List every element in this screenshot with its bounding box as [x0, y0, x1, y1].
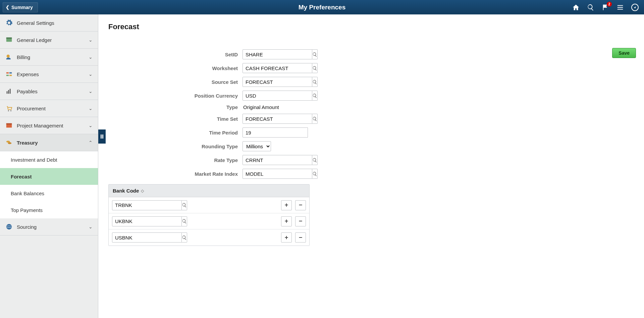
chevron-down-icon: ⌄ — [89, 89, 93, 94]
sidebar-subitem-top-payments[interactable]: Top Payments — [0, 202, 98, 218]
page-title: Forecast — [108, 22, 634, 31]
chevron-down-icon: ⌄ — [89, 71, 93, 77]
gear-icon — [5, 19, 13, 26]
sidebar-subitem-forecast[interactable]: Forecast — [0, 168, 98, 185]
setid-lookup-button[interactable] — [312, 49, 318, 59]
svg-rect-5 — [9, 72, 12, 74]
delete-row-button[interactable]: − — [295, 216, 306, 226]
header-icon-group: 2 — [572, 3, 644, 12]
sidebar-item-treasury[interactable]: Treasury ⌃ — [0, 134, 98, 151]
sidebar-item-procurement[interactable]: Procurement ⌄ — [0, 100, 98, 117]
bank-code-field[interactable] — [112, 200, 182, 210]
sidebar-item-project-management[interactable]: Project Management ⌄ — [0, 117, 98, 134]
back-button-label: Summary — [11, 5, 33, 10]
sort-indicator-icon: ◇ — [141, 189, 144, 193]
project-icon — [5, 122, 13, 129]
svg-rect-14 — [6, 123, 12, 125]
sidebar-item-general-ledger[interactable]: General Ledger ⌄ — [0, 32, 98, 49]
source-set-lookup-button[interactable] — [312, 77, 318, 87]
position-currency-field[interactable] — [243, 91, 312, 101]
table-row: + − — [109, 213, 309, 229]
add-row-button[interactable]: + — [281, 200, 292, 210]
svg-rect-7 — [9, 75, 12, 76]
sidebar-item-label: Procurement — [17, 106, 46, 111]
sidebar-item-label: General Ledger — [17, 37, 52, 43]
label-type: Type — [108, 104, 243, 110]
sidebar-subitem-bank-balances[interactable]: Bank Balances — [0, 185, 98, 202]
payables-icon — [5, 88, 13, 95]
label-rate-type: Rate Type — [108, 157, 243, 163]
sidebar-item-sourcing[interactable]: Sourcing ⌄ — [0, 218, 98, 235]
sidebar-nav: General Settings General Ledger ⌄ Billin… — [0, 14, 98, 318]
back-button[interactable]: ❮ Summary — [3, 2, 38, 12]
bank-code-lookup-button[interactable] — [182, 216, 187, 226]
svg-rect-19 — [102, 135, 103, 139]
add-row-button[interactable]: + — [281, 232, 292, 243]
table-row: + − — [109, 229, 309, 246]
svg-rect-9 — [8, 90, 9, 94]
notification-badge: 2 — [607, 2, 612, 7]
label-market-rate-index: Market Rate Index — [108, 171, 243, 177]
rate-type-lookup-button[interactable] — [312, 155, 318, 165]
time-set-field[interactable] — [243, 114, 312, 124]
source-set-field[interactable] — [243, 77, 312, 87]
grid-header[interactable]: Bank Code ◇ — [109, 184, 309, 197]
notification-flag-icon[interactable]: 2 — [601, 3, 610, 12]
home-icon[interactable] — [572, 3, 580, 12]
sidebar-collapse-handle[interactable] — [98, 129, 106, 144]
grid-header-label: Bank Code — [113, 188, 139, 194]
sidebar-item-label: Project Management — [17, 123, 63, 128]
rate-type-field[interactable] — [243, 155, 312, 165]
sidebar-item-label: Treasury — [17, 140, 38, 146]
sidebar-item-payables[interactable]: Payables ⌄ — [0, 83, 98, 100]
chevron-down-icon: ⌄ — [89, 123, 93, 128]
setid-field[interactable] — [243, 49, 312, 59]
delete-row-button[interactable]: − — [295, 200, 306, 210]
time-set-lookup-button[interactable] — [312, 114, 318, 124]
position-currency-lookup-button[interactable] — [312, 91, 318, 101]
sidebar-item-expenses[interactable]: Expenses ⌄ — [0, 66, 98, 83]
sidebar-subitem-investment-debt[interactable]: Investment and Debt — [0, 151, 98, 168]
add-row-button[interactable]: + — [281, 216, 292, 226]
label-setid: SetID — [108, 52, 243, 57]
compass-icon[interactable] — [631, 3, 639, 12]
bank-code-lookup-button[interactable] — [182, 200, 187, 210]
sidebar-item-label: Billing — [17, 54, 30, 60]
menu-icon[interactable] — [616, 3, 625, 12]
time-period-field[interactable] — [243, 127, 308, 138]
save-button[interactable]: Save — [612, 48, 636, 58]
ledger-icon — [5, 36, 13, 44]
cart-icon — [5, 105, 13, 112]
sidebar-item-billing[interactable]: Billing ⌄ — [0, 49, 98, 66]
table-row: + − — [109, 197, 309, 213]
bank-code-grid: Bank Code ◇ + − — [108, 184, 310, 246]
svg-rect-10 — [10, 89, 11, 94]
label-time-period: Time Period — [108, 130, 243, 136]
chevron-up-icon: ⌃ — [89, 140, 93, 145]
svg-rect-4 — [6, 72, 9, 74]
bank-code-lookup-button[interactable] — [182, 232, 187, 243]
bank-code-field[interactable] — [112, 216, 182, 226]
search-icon[interactable] — [586, 3, 595, 12]
bank-code-field[interactable] — [112, 232, 182, 243]
delete-row-button[interactable]: − — [295, 232, 306, 243]
sidebar-item-general-settings[interactable]: General Settings — [0, 14, 98, 32]
worksheet-field[interactable] — [243, 63, 312, 73]
worksheet-lookup-button[interactable] — [312, 63, 318, 73]
svg-rect-8 — [7, 91, 8, 94]
chevron-down-icon: ⌄ — [89, 54, 93, 60]
svg-rect-6 — [6, 75, 9, 76]
svg-point-16 — [8, 142, 11, 144]
svg-point-11 — [8, 110, 9, 111]
app-header: ❮ Summary My Preferences 2 — [0, 0, 644, 14]
billing-icon — [5, 53, 13, 61]
svg-point-17 — [6, 224, 12, 230]
sidebar-subitem-label: Investment and Debt — [11, 157, 57, 163]
svg-point-12 — [10, 110, 11, 111]
globe-icon — [5, 223, 13, 230]
rounding-type-select[interactable]: Millions — [243, 141, 271, 151]
chevron-down-icon: ⌄ — [89, 106, 93, 111]
market-rate-index-field[interactable] — [243, 169, 312, 179]
main-content: Forecast Save SetID Worksheet Source Set — [98, 14, 644, 318]
market-rate-index-lookup-button[interactable] — [312, 169, 318, 179]
